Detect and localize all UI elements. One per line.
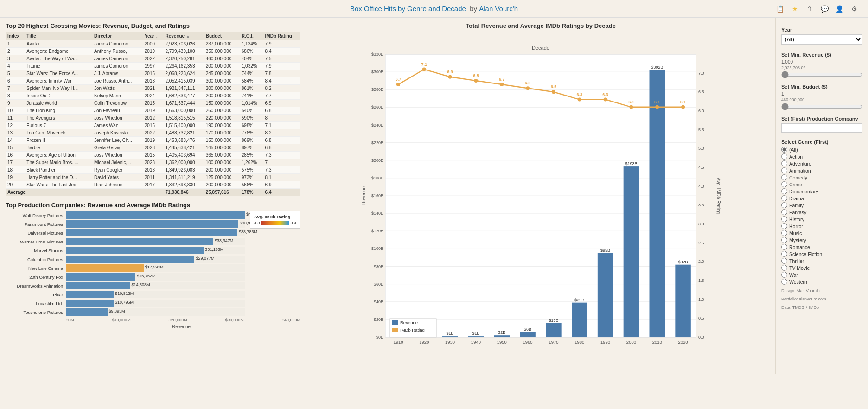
min-revenue-max: 2,923,706.02 [781,65,862,70]
svg-text:$220B: $220B [371,141,383,145]
genre-radio-input[interactable] [781,272,787,278]
table-row: 4TitanicJames Cameron19972,264,162,35320… [6,63,300,70]
genre-radio-input[interactable] [781,258,787,264]
genre-radio-item[interactable]: Animation [781,167,862,173]
col-index[interactable]: Index [6,32,25,40]
genre-radio-item[interactable]: Crime [781,181,862,187]
settings-icon[interactable]: ⚙ [849,4,859,13]
genre-radio-label: History [789,217,804,222]
svg-text:6.9: 6.9 [447,70,453,74]
table-row: 19Harry Potter and the D...David Yates20… [6,174,300,181]
genre-radio-input[interactable] [781,153,787,160]
genre-radio-input[interactable] [781,216,787,222]
col-year[interactable]: Year ↓ [143,32,164,40]
genre-radio-item[interactable]: Thriller [781,258,862,264]
min-revenue-slider[interactable] [781,71,862,78]
genre-radio-input[interactable] [781,279,787,285]
genre-radio-item[interactable]: Documentary [781,188,862,194]
user-icon[interactable]: 👤 [835,4,844,13]
svg-text:6.7: 6.7 [396,77,402,82]
bookmark-icon[interactable]: 📋 [775,4,785,13]
col-director[interactable]: Director [92,32,143,40]
min-budget-value: 1 [781,91,862,96]
legend-gradient-row: 4.0 8.4 [254,221,296,225]
genre-radio-item[interactable]: War [781,272,862,278]
genre-radio-input[interactable] [781,167,787,173]
min-budget-slider[interactable] [781,103,862,110]
svg-text:6.7: 6.7 [499,77,505,82]
production-company-label: Set (First) Production Company [781,116,862,121]
year-filter-label: Year [781,27,862,32]
svg-text:6.6: 6.6 [525,81,531,85]
genre-radio-input[interactable] [781,188,787,194]
genre-radio-input[interactable] [781,202,787,208]
svg-text:$160B: $160B [371,193,383,198]
genre-radio-input[interactable] [781,223,787,229]
top-table-title: Top 20 Highest-Grossing Movies: Revenue,… [6,22,300,29]
genre-radio-item[interactable]: Horror [781,223,862,229]
genre-radio-input[interactable] [781,244,787,250]
svg-point-104 [655,105,659,109]
genre-radio-input[interactable] [781,147,787,153]
col-revenue[interactable]: Revenue ▲ [164,32,204,40]
genre-radio-input[interactable] [781,237,787,243]
svg-text:1940: 1940 [471,339,481,345]
legend-gradient [261,221,289,225]
genre-radio-input[interactable] [781,209,787,215]
year-select[interactable]: (All) [781,34,862,45]
bar-row: Pixar$10,812M [6,291,245,298]
genre-radio-item[interactable]: Family [781,202,862,208]
genre-radio-item[interactable]: Action [781,153,862,160]
col-imdb[interactable]: IMDb Rating [263,32,300,40]
genre-radio-item[interactable]: Comedy [781,174,862,180]
genre-radio-item[interactable]: Science Fiction [781,251,862,257]
star-icon[interactable]: ★ [790,4,799,13]
share-icon[interactable]: ⇧ [805,4,814,13]
genre-radio-item[interactable]: (All) [781,147,862,153]
table-row: 13Top Gun: MaverickJoseph Kosinski20221,… [6,129,300,137]
genre-radio-input[interactable] [781,265,787,271]
genre-radio-item[interactable]: Romance [781,244,862,250]
genre-radio-item[interactable]: Western [781,279,862,285]
svg-text:$80B: $80B [374,264,383,269]
bar-value: $10,795M [114,300,134,305]
col-budget[interactable]: Budget [204,32,240,40]
genre-radio-input[interactable] [781,195,787,201]
genre-radio-label: Western [789,279,807,285]
bar-value: $38,786M [237,230,257,234]
genre-radio-input[interactable] [781,174,787,180]
genre-radio-label: Mystery [789,237,806,243]
genre-radio-item[interactable]: History [781,216,862,222]
bar-label: DreamWorks Animation [6,283,66,288]
bar-row: Columbia Pictures$29,077M [6,256,245,263]
table-row: 14Frozen IIJennifer Lee, Ch...20191,453,… [6,137,300,144]
genre-radio-item[interactable]: Mystery [781,237,862,243]
genre-radio-item[interactable]: Fantasy [781,209,862,215]
svg-text:$1B: $1B [447,331,454,336]
genre-radio-label: Drama [789,196,804,201]
genre-radio-item[interactable]: TV Movie [781,265,862,271]
comment-icon[interactable]: 💬 [820,4,829,13]
svg-text:Avg. IMDb Rating: Avg. IMDb Rating [716,178,721,214]
genre-radio-item[interactable]: Music [781,230,862,236]
svg-text:$0B: $0B [376,335,383,339]
author-link[interactable]: Alan Vourc'h [479,5,518,13]
svg-text:1990: 1990 [600,339,610,345]
genre-radio-label: Science Fiction [789,251,822,257]
svg-text:$82B: $82B [678,260,688,264]
col-title[interactable]: Title [25,32,92,40]
genre-radio-input[interactable] [781,160,787,166]
genre-radio-item[interactable]: Drama [781,195,862,201]
col-roi[interactable]: R.O.I. [240,32,263,40]
genre-radio-input[interactable] [781,230,787,236]
genre-radio-label: Music [789,230,802,236]
svg-rect-62 [572,303,587,337]
genre-radio-input[interactable] [781,251,787,257]
production-company-input[interactable] [781,123,862,133]
genre-radio-item[interactable]: Adventure [781,160,862,166]
genre-filter-label: Select Genre (First) [781,139,862,145]
genre-radio-input[interactable] [781,181,787,187]
svg-text:$16B: $16B [549,318,558,323]
bar-value: $15,762M [135,274,155,278]
avg-imdb: 6.4 [263,189,300,196]
